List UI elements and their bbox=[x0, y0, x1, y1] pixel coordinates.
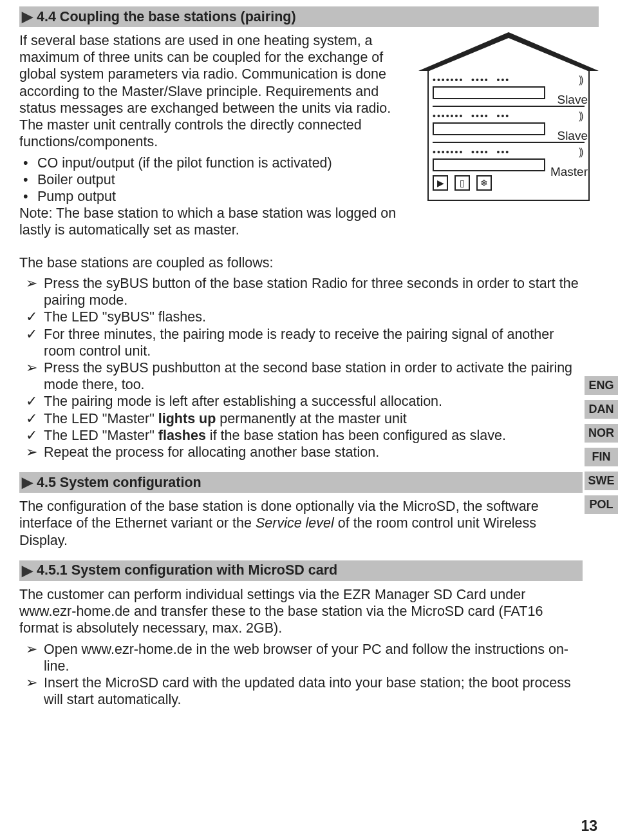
step-item: Press the syBUS pushbutton at the second… bbox=[26, 359, 583, 393]
lang-tab-dan[interactable]: DAN bbox=[585, 400, 618, 419]
note-text: Note: The base station to which a base s… bbox=[19, 205, 407, 238]
lang-tab-fin[interactable]: FIN bbox=[585, 448, 618, 466]
triangle-icon: ▶ bbox=[22, 8, 33, 25]
section-title: 4.4 Coupling the base stations (pairing) bbox=[37, 9, 296, 25]
radio-icon: ⸩ bbox=[579, 111, 585, 121]
step-item: The LED "syBUS" flashes. bbox=[26, 309, 583, 325]
step-item: Open www.ezr-home.de in the web browser … bbox=[26, 641, 589, 674]
section-title: 4.5.1 System configuration with MicroSD … bbox=[37, 562, 337, 578]
step-item: The LED "Master" lights up permanently a… bbox=[26, 410, 583, 427]
step-item: Repeat the process for allocating anothe… bbox=[26, 444, 583, 461]
step-list: Press the syBUS button of the base stati… bbox=[26, 275, 583, 461]
step-item: For three minutes, the pairing mode is r… bbox=[26, 326, 583, 359]
floor-label: Slave bbox=[557, 93, 588, 107]
triangle-icon: ▶ bbox=[22, 562, 33, 579]
step-item: Press the syBUS button of the base stati… bbox=[26, 275, 583, 309]
step-list: Open www.ezr-home.de in the web browser … bbox=[26, 641, 589, 709]
house-diagram: ••••••• •••• •••⸩ Slave ••••••• •••• •••… bbox=[418, 32, 599, 243]
play-icon: ▶ bbox=[433, 175, 448, 191]
lang-tab-swe[interactable]: SWE bbox=[585, 472, 618, 490]
step-item: Insert the MicroSD card with the updated… bbox=[26, 674, 589, 708]
step-item: The LED "Master" flashes if the base sta… bbox=[26, 427, 583, 444]
intro-text: If several base stations are used in one… bbox=[19, 32, 407, 151]
boiler-icon: ▯ bbox=[454, 175, 470, 191]
step-item: The pairing mode is left after establish… bbox=[26, 393, 583, 410]
cool-icon: ❄ bbox=[476, 175, 492, 191]
page-number: 13 bbox=[581, 817, 597, 835]
radio-icon: ⸩ bbox=[579, 147, 585, 157]
section-4-4-header: ▶ 4.4 Coupling the base stations (pairin… bbox=[19, 6, 599, 27]
lang-tab-eng[interactable]: ENG bbox=[585, 376, 618, 395]
section-title: 4.5 System configuration bbox=[37, 475, 201, 491]
bullet-item: Pump output bbox=[37, 188, 407, 205]
slave-unit-2 bbox=[433, 122, 545, 135]
lang-tab-pol[interactable]: POL bbox=[585, 495, 618, 514]
lang-tab-nor[interactable]: NOR bbox=[585, 424, 618, 443]
floor-label: Master bbox=[550, 165, 588, 179]
s45-body: The configuration of the base station is… bbox=[19, 498, 583, 549]
coupled-intro: The base stations are coupled as follows… bbox=[19, 254, 583, 271]
bullet-item: CO input/output (if the pilot function i… bbox=[37, 155, 407, 171]
s451-body: The customer can perform individual sett… bbox=[19, 586, 583, 637]
master-unit bbox=[433, 158, 545, 171]
slave-unit-1 bbox=[433, 86, 545, 99]
radio-icon: ⸩ bbox=[579, 75, 585, 85]
floor-label: Slave bbox=[557, 129, 588, 143]
bullet-item: Boiler output bbox=[37, 171, 407, 188]
triangle-icon: ▶ bbox=[22, 474, 33, 491]
section-4-5-1-header: ▶ 4.5.1 System configuration with MicroS… bbox=[19, 560, 583, 581]
bullet-list: CO input/output (if the pilot function i… bbox=[37, 155, 407, 205]
section-4-5-header: ▶ 4.5 System configuration bbox=[19, 472, 583, 493]
language-tabs: ENG DAN NOR FIN SWE POL bbox=[585, 376, 618, 514]
